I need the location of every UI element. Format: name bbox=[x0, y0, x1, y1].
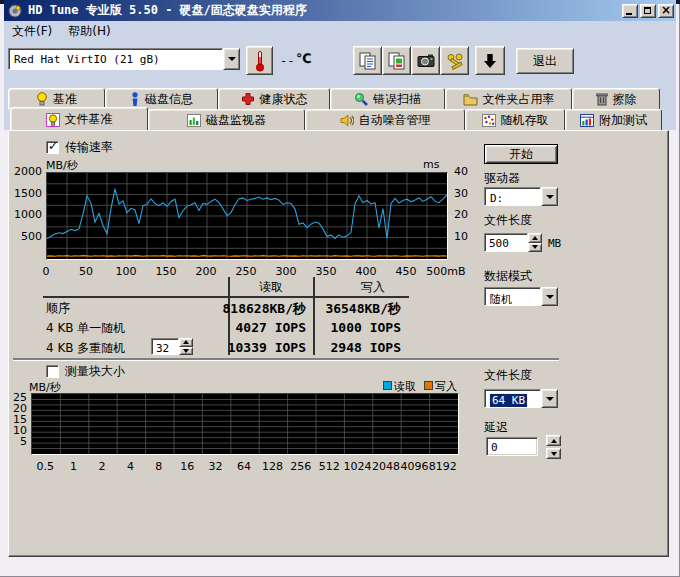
speaker-icon bbox=[340, 114, 354, 127]
drive-combo-value: D: bbox=[484, 187, 541, 206]
delay-up-button[interactable] bbox=[546, 435, 561, 446]
chevron-down-icon bbox=[228, 57, 236, 61]
block-file-length-combo[interactable]: 64 KB bbox=[484, 389, 558, 408]
block-file-length-label: 文件长度 bbox=[484, 367, 532, 384]
checkbox-box[interactable] bbox=[46, 365, 59, 378]
start-button-label: 开始 bbox=[509, 146, 533, 163]
tab-label: 文件夹占用率 bbox=[483, 91, 555, 108]
trash-icon bbox=[596, 92, 608, 106]
tab-label: 错误扫描 bbox=[373, 91, 421, 108]
copy-text-icon bbox=[358, 51, 378, 71]
file-length-spinner[interactable]: 500 bbox=[484, 233, 542, 252]
chart-legend: 读取 写入 bbox=[383, 379, 457, 394]
file-length-label: 文件长度 bbox=[484, 212, 532, 229]
tab-folder-usage[interactable]: 文件夹占用率 bbox=[445, 88, 572, 110]
file-length-value: 500 bbox=[484, 233, 528, 252]
delay-label: 延迟 bbox=[484, 419, 508, 436]
tab-disk-monitor[interactable]: 磁盘监视器 bbox=[148, 109, 305, 131]
row-4k-multi-write: 2948 IOPS bbox=[281, 340, 401, 355]
block-size-chart bbox=[31, 393, 459, 455]
drive-label: 驱动器 bbox=[484, 170, 520, 187]
temperature-value: -- bbox=[280, 54, 294, 68]
delay-down-button[interactable] bbox=[546, 448, 561, 459]
title-bar: HD Tune 专业版 5.50 - 硬盘/固态硬盘实用程序 bbox=[4, 0, 676, 21]
thermometer-icon bbox=[254, 50, 266, 72]
file-benchmark-page: 传输速率 MB/秒 ms 读取 写入 顺序 818628KB/秒 36548KB… bbox=[8, 130, 669, 557]
queue-depth-value: 32 bbox=[151, 338, 179, 355]
minimize-button[interactable] bbox=[622, 4, 638, 18]
down-arrow-icon bbox=[532, 245, 538, 249]
up-arrow-icon bbox=[551, 439, 557, 443]
drive-combo[interactable]: D: bbox=[484, 187, 558, 206]
keys-icon bbox=[445, 51, 465, 71]
exit-button-label: 退出 bbox=[533, 53, 557, 70]
close-button[interactable] bbox=[658, 4, 674, 18]
legend-write-swatch bbox=[424, 381, 433, 390]
menu-file[interactable]: 文件(F) bbox=[4, 21, 60, 42]
file-bulb-icon bbox=[46, 113, 60, 127]
tab-aam[interactable]: 自动噪音管理 bbox=[305, 109, 465, 131]
tab-erase[interactable]: 擦除 bbox=[572, 88, 660, 110]
maximize-button[interactable] bbox=[640, 4, 656, 18]
y-axis-right-unit: ms bbox=[423, 158, 439, 171]
save-results-button[interactable] bbox=[475, 46, 505, 75]
info-icon bbox=[130, 92, 140, 106]
block-file-length-arrow[interactable] bbox=[541, 389, 558, 408]
start-button[interactable]: 开始 bbox=[484, 144, 558, 164]
options-button[interactable] bbox=[440, 46, 469, 75]
results-col-read: 读取 bbox=[231, 279, 311, 296]
drive-combo-arrow[interactable] bbox=[541, 187, 558, 206]
app-icon bbox=[8, 4, 22, 18]
tab-health[interactable]: 健康状态 bbox=[218, 88, 330, 110]
down-arrow-icon bbox=[551, 452, 557, 456]
data-mode-combo[interactable]: 随机 bbox=[484, 287, 558, 306]
legend-write-label: 写入 bbox=[435, 380, 457, 393]
mini-chart-icon bbox=[580, 114, 594, 127]
camera-icon bbox=[416, 51, 436, 71]
row-sequential-label: 顺序 bbox=[46, 300, 70, 317]
checkbox-box[interactable] bbox=[46, 141, 59, 154]
data-mode-arrow[interactable] bbox=[541, 287, 558, 306]
section-separator bbox=[13, 358, 559, 361]
exit-button[interactable]: 退出 bbox=[516, 48, 574, 74]
file-length-down-button[interactable] bbox=[528, 243, 542, 253]
checkbox-label: 传输速率 bbox=[65, 139, 113, 156]
tab-row-2: 文件基准 磁盘监视器 自动噪音管理 随机存取 附加测试 bbox=[10, 109, 662, 131]
block-size-checkbox[interactable]: 测量块大小 bbox=[46, 363, 125, 380]
tab-label: 磁盘信息 bbox=[145, 91, 193, 108]
temperature-button[interactable] bbox=[246, 46, 273, 75]
tab-label: 基准 bbox=[53, 91, 77, 108]
chevron-down-icon bbox=[546, 195, 554, 199]
file-length-unit: MB bbox=[548, 237, 561, 250]
copy-image-button[interactable] bbox=[382, 46, 411, 75]
screenshot-button[interactable] bbox=[411, 46, 440, 75]
delay-field[interactable]: 0 bbox=[486, 437, 538, 456]
tab-label: 文件基准 bbox=[65, 111, 113, 128]
file-length-up-button[interactable] bbox=[528, 233, 542, 243]
temperature-unit: ℃ bbox=[296, 51, 312, 66]
row-4k-single-label: 4 KB 单一随机 bbox=[46, 320, 125, 337]
drive-select-arrow[interactable] bbox=[223, 48, 240, 70]
tab-label: 随机存取 bbox=[501, 112, 549, 129]
tab-file-benchmark[interactable]: 文件基准 bbox=[10, 107, 148, 132]
menu-help[interactable]: 帮助(H) bbox=[60, 21, 118, 42]
magnifier-icon bbox=[354, 92, 368, 106]
legend-write: 写入 bbox=[424, 379, 457, 394]
up-arrow-icon bbox=[532, 236, 538, 240]
row-4k-single-write: 1000 IOPS bbox=[281, 320, 401, 335]
data-mode-label: 数据模式 bbox=[484, 268, 532, 285]
tab-error-scan[interactable]: 错误扫描 bbox=[330, 88, 445, 110]
drive-select-value: Red Hat VirtIO (21 gB) bbox=[8, 48, 223, 70]
data-mode-value: 随机 bbox=[484, 287, 541, 306]
transfer-rate-checkbox[interactable]: 传输速率 bbox=[46, 139, 113, 156]
copy-text-button[interactable] bbox=[353, 46, 382, 75]
tab-random-access[interactable]: 随机存取 bbox=[465, 109, 565, 131]
drive-select[interactable]: Red Hat VirtIO (21 gB) bbox=[8, 48, 240, 70]
toolbar: Red Hat VirtIO (21 gB) -- ℃ bbox=[4, 41, 676, 83]
tab-label: 附加测试 bbox=[599, 112, 647, 129]
chevron-down-icon bbox=[546, 397, 554, 401]
save-down-icon bbox=[480, 51, 500, 71]
block-file-length-value: 64 KB bbox=[484, 389, 541, 408]
tab-extra-tests[interactable]: 附加测试 bbox=[565, 109, 662, 131]
menu-bar: 文件(F) 帮助(H) bbox=[4, 21, 676, 41]
